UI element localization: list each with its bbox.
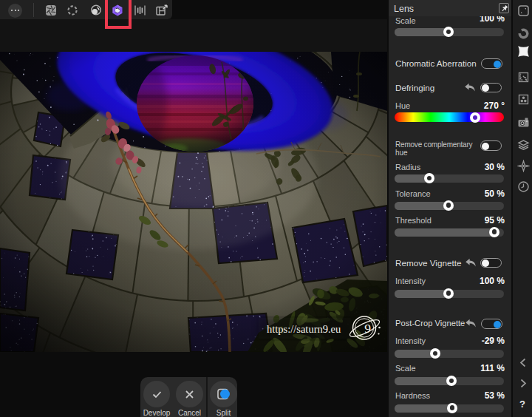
svg-text:https://saturn9.eu: https://saturn9.eu	[267, 323, 341, 335]
svg-text:9: 9	[364, 321, 371, 336]
